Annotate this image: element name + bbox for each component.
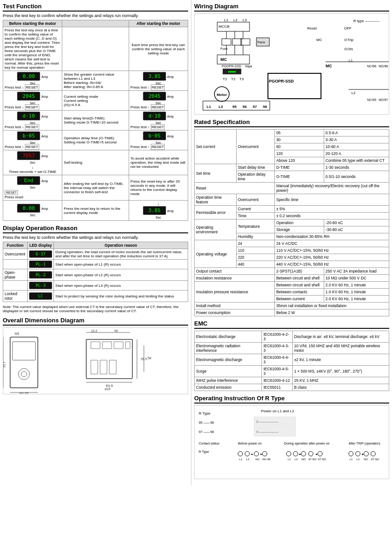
table-row: d·10 AmpSec Press test ↓ RESET Start del… — [3, 111, 188, 131]
press-text-3: Press test ↓ RESET — [5, 105, 60, 109]
tf-row1-col2 — [62, 27, 129, 71]
tf-row4-col1: d·10 AmpSec Press test ↓ RESET — [3, 111, 62, 131]
rs-overcurrent-sub: Overcurrent — [236, 130, 274, 164]
svg-text:T3: T3 — [239, 77, 244, 81]
display-op-title: Display Operation Reason — [3, 225, 188, 233]
svg-text:Contact status: Contact status — [199, 442, 220, 445]
op-instruction-svg: R Type Power on L1 and L2 95 —— 96 0 ———… — [196, 408, 390, 479]
svg-text:NO 98: NO 98 — [262, 458, 271, 461]
svg-text:58: 58 — [148, 356, 151, 360]
emc-row4-std: IEC61000-4-5-3 — [262, 366, 293, 377]
svg-text:NC/96: NC/96 — [367, 65, 376, 68]
svg-text:R Type: R Type — [199, 411, 211, 415]
rs-code-above120: Above 120 — [274, 157, 324, 164]
svg-text:MC: MC — [220, 57, 227, 62]
svg-text:L1: L1 — [224, 18, 228, 22]
do-row5-display: LC — [28, 291, 54, 302]
press-text-4: Press test ↓ RESET — [131, 105, 186, 109]
svg-text:L1: L1 — [239, 458, 243, 461]
press-text-1: Press test ↓ RESET — [5, 85, 60, 89]
svg-text:95: 95 — [232, 105, 237, 109]
test-function-table: Before starting the motor After starting… — [3, 20, 188, 221]
rs-reset-val: Manual (immediately) recovery/Electric r… — [274, 183, 389, 194]
rs-op-env-cat: Operating environment — [195, 220, 237, 240]
rs-temp-storage-val: -30-80 oC — [324, 226, 389, 233]
do-row1-func: Overcurrent — [3, 249, 28, 260]
svg-text:95: 95 — [199, 421, 202, 424]
rs-ins-pres-sub3: Between current — [274, 296, 324, 303]
rs-dtime-code: D-TIME — [274, 164, 324, 171]
rs-val-60: 10-60 A — [324, 143, 389, 150]
svg-text:Reset: Reset — [307, 26, 317, 30]
rs-reset-cat: Reset — [195, 183, 275, 194]
svg-rect-15 — [100, 360, 107, 374]
svg-text:ø16: ø16 — [105, 387, 110, 391]
do-row4-display: PL-3 — [28, 281, 54, 291]
table-row: Operation time feature Overcurrent Speci… — [195, 194, 389, 206]
rs-dtime-val: 1-30 seconds — [324, 164, 389, 171]
svg-text:MCCB: MCCB — [219, 24, 230, 29]
rs-ins-pres-sub1: Between circuit and shell — [274, 282, 324, 289]
svg-text:Vaya: Vaya — [245, 65, 252, 68]
svg-text:L2: L2 — [351, 91, 356, 95]
svg-point-121 — [356, 451, 360, 456]
rs-val-120: 20-120 A — [324, 150, 389, 157]
svg-text:T1: T1 — [223, 77, 227, 81]
emc-section: EMC Electrostatic discharge IEC61000-4-2… — [194, 320, 389, 391]
rated-spec-table: Set current Overcurrent 05 0.5-6 A 30 3-… — [194, 129, 389, 316]
svg-text:98: 98 — [210, 430, 214, 433]
tf-row6-col2: Self-testing — [62, 150, 129, 175]
wiring-section: Wiring Diagram L1 L2 L3 MCCB — [194, 3, 389, 115]
tf-row3-col1: 2045 AmpSec Press test ↓ RESET — [3, 91, 62, 111]
svg-text:⊙Trip: ⊙Trip — [344, 38, 354, 42]
emc-row5-val: 25 KV, 1 MHZ — [292, 377, 389, 384]
table-row: End AmpSec RESET Press reset After endin… — [3, 175, 188, 201]
three-sec-label: ↓Three seconds + set O-TIME — [5, 166, 60, 174]
svg-text:L2: L2 — [219, 105, 223, 109]
do-row5-reason: Start to protect by sensing the rotor du… — [54, 291, 188, 302]
svg-rect-36 — [222, 39, 231, 45]
rs-op-time-sub: Overcurrent — [236, 194, 274, 206]
rs-temp-sub: Temperature — [236, 220, 274, 233]
svg-rect-13 — [125, 342, 130, 349]
tf-col2-header — [62, 20, 129, 27]
svg-text:97 NO: 97 NO — [309, 458, 317, 461]
display-10: End — [17, 176, 40, 185]
tf-row5-col1: b·05 AmpSec Press test ↓ RESET — [3, 131, 62, 150]
rs-otime-val: 0.5/1-10 seconds — [324, 171, 389, 183]
rs-output-cat: Output contact — [195, 268, 275, 275]
svg-text:R type ————: R type ———— — [353, 19, 380, 23]
rs-current-val: ± 5% — [274, 206, 389, 213]
rs-code-30: 30 — [274, 136, 324, 143]
display-12: 3.85 — [143, 206, 166, 215]
display-8: b·05 — [143, 131, 166, 140]
do-row3-display: PL-2 — [28, 269, 54, 281]
op-instruction-section: Operating Instruction Of R Type R Type P… — [194, 395, 389, 479]
emc-row6-std: IEC55011 — [262, 384, 293, 391]
table-row: Electromagnetic discharge IEC61000-4-4-3… — [195, 354, 389, 366]
rs-ins-pres-val1: 2.0 KV 60 Hz, 1 minute — [324, 282, 389, 289]
do-row3-func: Open-phase — [3, 269, 28, 281]
tf-col1-header: Before starting the motor — [3, 20, 62, 27]
do-row4-func — [3, 281, 28, 291]
svg-text:——: —— — [203, 430, 210, 433]
table-row: Permissible error Current ± 5% — [195, 206, 389, 213]
rs-v24-val: 24 V AC/DC — [274, 240, 389, 247]
svg-rect-12 — [114, 342, 123, 349]
svg-text:——: —— — [203, 421, 210, 424]
display-5: d·10 — [17, 112, 40, 120]
svg-text:L1: L1 — [349, 59, 353, 63]
table-row: Electromagnetic radiation interference I… — [195, 343, 389, 354]
emc-row1-std: IEC61000-4-2-3 — [262, 331, 293, 343]
table-row: 7E57 AmpSec ↓Three seconds + set O-TIME … — [3, 150, 188, 175]
rs-v110-val: 110 V AC/DC+-15%, 50/60 Hz — [274, 247, 389, 254]
svg-rect-37 — [232, 39, 242, 45]
svg-text:13.2: 13.2 — [91, 329, 97, 332]
press-text-7: Press test ↓ RESET — [5, 145, 60, 149]
overall-dim-title: Overall Dimensions Diagram — [3, 317, 188, 326]
rs-v440-val: 440 V AC/DC+-15%, 50/60 Hz — [274, 261, 389, 268]
table-row: 0.00 AmpSec Press the reset key to retur… — [3, 201, 188, 221]
svg-text:60.35: 60.35 — [19, 392, 29, 394]
table-row: Set time Start delay time D-TIME 1-30 se… — [195, 164, 389, 171]
display-6: d·10 — [143, 112, 166, 120]
